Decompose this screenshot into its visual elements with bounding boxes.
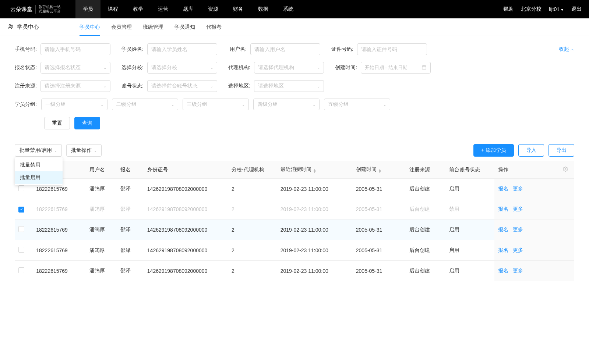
sort-icon: ▲▼ (378, 169, 382, 173)
agent-select[interactable]: 请选择代理机构 ⌄ (254, 62, 324, 74)
tab-proxy-exam[interactable]: 代报考 (206, 18, 222, 36)
row-more-link[interactable]: 更多 (513, 247, 523, 253)
account-status-label: 账号状态: (121, 83, 144, 89)
region-label: 选择地区: (228, 83, 250, 89)
reset-button[interactable]: 重置 (44, 117, 70, 129)
users-icon (7, 23, 14, 31)
reg-source-select[interactable]: 请选择注册来源 ⌄ (40, 80, 110, 92)
username-input[interactable] (250, 43, 320, 55)
tab-member-mgmt[interactable]: 会员管理 (111, 18, 132, 36)
enroll-status-label: 报名状态: (15, 64, 37, 71)
cell-lastConsume: 2019-02-23 11:00:00 (277, 179, 352, 199)
chevron-down-icon: ⌄ (54, 149, 57, 153)
batch-toggle-dropdown[interactable]: 批量禁用/启用 ⌄ (15, 144, 62, 157)
row-enroll-link[interactable]: 报名 (498, 186, 508, 192)
th-create-time[interactable]: 创建时间▲▼ (352, 161, 406, 179)
row-more-link[interactable]: 更多 (513, 186, 523, 192)
region-select[interactable]: 请选择地区 ⌄ (254, 80, 324, 92)
cell-branch: 2 (228, 179, 277, 199)
nav-resources[interactable]: 资源 (201, 0, 226, 18)
row-enroll-link[interactable]: 报名 (498, 247, 508, 253)
school-selector[interactable]: 北京分校 (521, 6, 542, 13)
group-level-3[interactable]: 三级分组⌄ (183, 99, 249, 110)
th-source: 注册来源 (406, 161, 446, 179)
table-row: ✓18222615769潘筠厚邵泽14262919870809200000022… (15, 199, 574, 220)
nav-students[interactable]: 学员 (75, 0, 100, 18)
row-checkbox[interactable] (18, 267, 24, 273)
student-table-wrap: 用户名 报名 身份证号 分校-代理机构 最近消费时间▲▼ 创建时间▲▼ 注册来源… (0, 161, 589, 281)
row-checkbox[interactable] (18, 185, 24, 191)
th-status: 前台账号状态 (445, 161, 494, 179)
cell-source: 后台创建 (406, 240, 446, 261)
th-idno: 身份证号 (144, 161, 228, 179)
row-more-link[interactable]: 更多 (513, 268, 523, 274)
cell-status: 禁用 (445, 199, 494, 220)
topnav-items: 学员 课程 教学 运营 题库 资源 财务 数据 系统 (75, 0, 503, 18)
group-level-2[interactable]: 二级分组⌄ (112, 99, 178, 110)
logo-brand: 云朵课堂 (10, 6, 32, 13)
row-checkbox[interactable] (18, 226, 24, 232)
subnav-items: 学员中心 会员管理 班级管理 学员通知 代报考 (80, 18, 222, 36)
create-time-label: 创建时间: (335, 64, 357, 71)
tab-class-mgmt[interactable]: 班级管理 (143, 18, 163, 36)
branch-select[interactable]: 请选择分校 ⌄ (147, 62, 217, 74)
logo-subtitle: 教育机构一站 式服务云平台 (35, 5, 61, 14)
agent-label: 代理机构: (228, 64, 250, 71)
tab-student-notice[interactable]: 学员通知 (174, 18, 195, 36)
query-button[interactable]: 查询 (74, 117, 100, 129)
row-enroll-link[interactable]: 报名 (498, 226, 508, 232)
gear-icon[interactable] (563, 167, 568, 173)
cell-enroll: 邵泽 (117, 240, 143, 261)
chevron-down-icon: ⌄ (383, 103, 386, 107)
reg-source-label: 注册来源: (15, 83, 37, 89)
svg-rect-2 (422, 65, 426, 69)
branch-label: 选择分校: (121, 64, 144, 71)
row-checkbox[interactable] (18, 247, 24, 253)
top-nav: 云朵课堂 教育机构一站 式服务云平台 学员 课程 教学 运营 题库 资源 财务 … (0, 0, 589, 18)
row-more-link[interactable]: 更多 (513, 206, 523, 212)
enroll-status-select[interactable]: 请选择报名状态 ⌄ (40, 62, 110, 74)
table-row: 18222615769潘筠厚邵泽142629198708092000000220… (15, 240, 574, 261)
group-level-4[interactable]: 四级分组⌄ (253, 99, 320, 110)
row-enroll-link[interactable]: 报名 (498, 268, 508, 274)
group-level-5[interactable]: 五级分组⌄ (324, 99, 390, 110)
nav-courses[interactable]: 课程 (100, 0, 126, 18)
name-input[interactable] (147, 43, 217, 55)
username-label: 用户名: (228, 46, 247, 53)
nav-operation[interactable]: 运营 (151, 0, 176, 18)
nav-system[interactable]: 系统 (276, 0, 301, 18)
create-time-range[interactable]: 开始日期 - 结束日期 (361, 62, 431, 74)
cell-idno: 142629198708092000000 (144, 179, 228, 199)
th-enroll: 报名 (117, 161, 143, 179)
cell-createTime: 2005-05-31 (352, 179, 406, 199)
row-checkbox[interactable]: ✓ (18, 207, 24, 213)
nav-finance[interactable]: 财务 (226, 0, 251, 18)
idno-input[interactable] (357, 43, 427, 55)
nav-question-bank[interactable]: 题库 (176, 0, 201, 18)
account-status-select[interactable]: 请选择前台账号状态 ⌄ (147, 80, 217, 92)
group-level-1[interactable]: 一级分组⌄ (41, 99, 107, 110)
export-button[interactable]: 导出 (549, 144, 574, 157)
batch-disable-item[interactable]: 批量禁用 (15, 159, 63, 171)
collapse-toggle[interactable]: 收起 ︿ (559, 46, 574, 53)
batch-op-dropdown[interactable]: 批量操作 ⌄ (66, 144, 102, 157)
help-link[interactable]: 帮助 (503, 6, 514, 13)
add-student-button[interactable]: + 添加学员 (473, 144, 514, 157)
nav-data[interactable]: 数据 (251, 0, 276, 18)
name-label: 学员姓名: (121, 46, 144, 53)
cell-lastConsume: 2019-02-23 11:00:00 (277, 240, 352, 261)
row-enroll-link[interactable]: 报名 (498, 206, 508, 212)
batch-enable-item[interactable]: 批量启用 (15, 171, 63, 184)
user-menu[interactable]: lijt01▼ (549, 6, 564, 12)
phone-input[interactable] (40, 43, 110, 55)
nav-teaching[interactable]: 教学 (126, 0, 151, 18)
import-button[interactable]: 导入 (518, 144, 544, 157)
th-username: 用户名 (86, 161, 117, 179)
table-row: 18222615769潘筠厚邵泽142629198708092000000220… (15, 261, 574, 281)
cell-source: 后台创建 (406, 199, 446, 220)
th-last-consume[interactable]: 最近消费时间▲▼ (277, 161, 352, 179)
tab-student-center[interactable]: 学员中心 (80, 18, 100, 36)
row-more-link[interactable]: 更多 (513, 226, 523, 232)
cell-username: 潘筠厚 (86, 261, 117, 281)
logout-link[interactable]: 退出 (571, 6, 582, 13)
